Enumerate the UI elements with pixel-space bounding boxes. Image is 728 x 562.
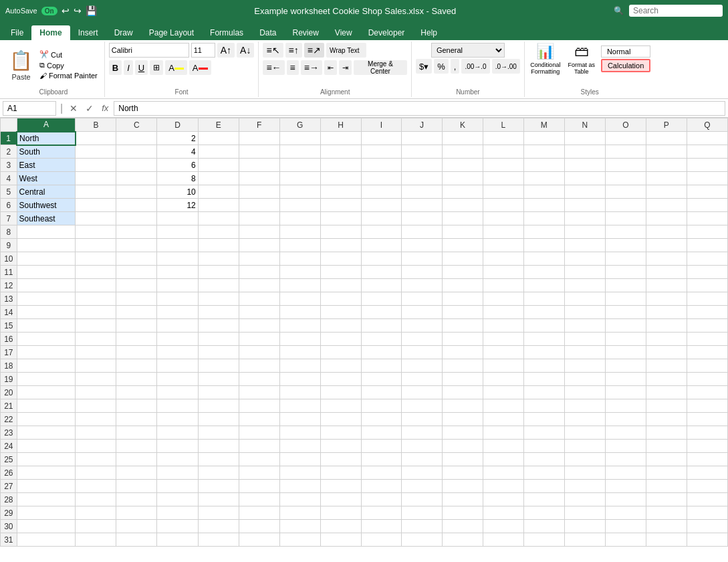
cell-h13[interactable] [320,292,361,306]
cell-h8[interactable] [320,225,361,239]
row-header-30[interactable]: 30 [1,520,17,533]
cell-c25[interactable] [116,453,157,466]
cell-f21[interactable] [239,399,279,413]
cell-p13[interactable] [646,292,687,306]
cell-a6[interactable]: Southwest [17,199,76,212]
cell-p29[interactable] [646,506,687,520]
cell-l2[interactable] [483,145,523,159]
cell-o5[interactable] [605,185,646,199]
cell-o17[interactable] [605,346,646,359]
cell-j8[interactable] [402,225,443,239]
cell-b12[interactable] [76,279,116,292]
col-header-h[interactable]: H [320,118,361,132]
col-header-q[interactable]: Q [687,118,727,132]
cell-p21[interactable] [646,399,687,413]
cell-i18[interactable] [361,359,402,373]
cell-b25[interactable] [76,453,116,466]
cell-b3[interactable] [76,159,116,172]
cell-n3[interactable] [564,159,605,172]
cell-e26[interactable] [198,466,239,480]
cell-l12[interactable] [483,279,523,292]
cell-n7[interactable] [564,212,605,225]
cell-b11[interactable] [76,266,116,279]
cell-e10[interactable] [198,252,239,266]
cell-b13[interactable] [76,292,116,306]
cell-j12[interactable] [402,279,443,292]
cell-c10[interactable] [116,252,157,266]
cell-d5[interactable]: 10 [157,185,198,199]
cell-o14[interactable] [605,306,646,319]
cell-q29[interactable] [687,506,727,520]
cell-h18[interactable] [320,359,361,373]
cell-n21[interactable] [564,399,605,413]
cell-o11[interactable] [605,266,646,279]
col-header-c[interactable]: C [116,118,157,132]
cell-o2[interactable] [605,145,646,159]
cell-f14[interactable] [239,306,279,319]
cell-a12[interactable] [17,279,76,292]
cell-a24[interactable] [17,440,76,453]
cell-m30[interactable] [523,520,564,533]
cell-q25[interactable] [687,453,727,466]
cell-h7[interactable] [320,212,361,225]
tab-insert[interactable]: Insert [70,25,106,40]
quick-save-icon[interactable]: 💾 [86,5,97,16]
cell-m14[interactable] [523,306,564,319]
cell-q6[interactable] [687,199,727,212]
cell-j4[interactable] [402,172,443,185]
cell-i3[interactable] [361,159,402,172]
cell-g29[interactable] [279,506,320,520]
normal-style-btn[interactable]: Normal [601,45,650,58]
cell-q13[interactable] [687,292,727,306]
cell-j11[interactable] [402,266,443,279]
cell-d7[interactable] [157,212,198,225]
cell-c19[interactable] [116,373,157,386]
cell-d15[interactable] [157,319,198,333]
cell-f9[interactable] [239,239,279,252]
cell-m16[interactable] [523,333,564,346]
cell-h24[interactable] [320,440,361,453]
merge-center-button[interactable]: Merge & Center [354,60,407,75]
cell-d6[interactable]: 12 [157,199,198,212]
cell-g17[interactable] [279,346,320,359]
bold-button[interactable]: B [109,60,122,75]
cell-f13[interactable] [239,292,279,306]
cell-b6[interactable] [76,199,116,212]
formula-input[interactable] [114,101,725,116]
cell-q7[interactable] [687,212,727,225]
tab-data[interactable]: Data [251,25,284,40]
cell-m17[interactable] [523,346,564,359]
cell-n1[interactable] [564,132,605,145]
row-header-8[interactable]: 8 [1,225,17,239]
cell-d18[interactable] [157,359,198,373]
cell-k3[interactable] [442,159,483,172]
cell-m25[interactable] [523,453,564,466]
cell-n15[interactable] [564,319,605,333]
cell-h19[interactable] [320,373,361,386]
cell-g4[interactable] [279,172,320,185]
cell-b7[interactable] [76,212,116,225]
cell-q5[interactable] [687,185,727,199]
format-painter-button[interactable]: 🖌 Format Painter [37,71,100,80]
cell-o15[interactable] [605,319,646,333]
col-header-e[interactable]: E [198,118,239,132]
cell-k31[interactable] [442,533,483,547]
cell-k26[interactable] [442,466,483,480]
cell-j15[interactable] [402,319,443,333]
cell-h16[interactable] [320,333,361,346]
cell-o30[interactable] [605,520,646,533]
cell-f8[interactable] [239,225,279,239]
cell-j19[interactable] [402,373,443,386]
cell-f11[interactable] [239,266,279,279]
cell-h2[interactable] [320,145,361,159]
row-header-27[interactable]: 27 [1,480,17,493]
tab-draw[interactable]: Draw [106,25,141,40]
col-header-n[interactable]: N [564,118,605,132]
cell-f4[interactable] [239,172,279,185]
cell-j21[interactable] [402,399,443,413]
cell-o20[interactable] [605,386,646,399]
cell-e12[interactable] [198,279,239,292]
row-header-14[interactable]: 14 [1,306,17,319]
row-header-13[interactable]: 13 [1,292,17,306]
cell-f2[interactable] [239,145,279,159]
